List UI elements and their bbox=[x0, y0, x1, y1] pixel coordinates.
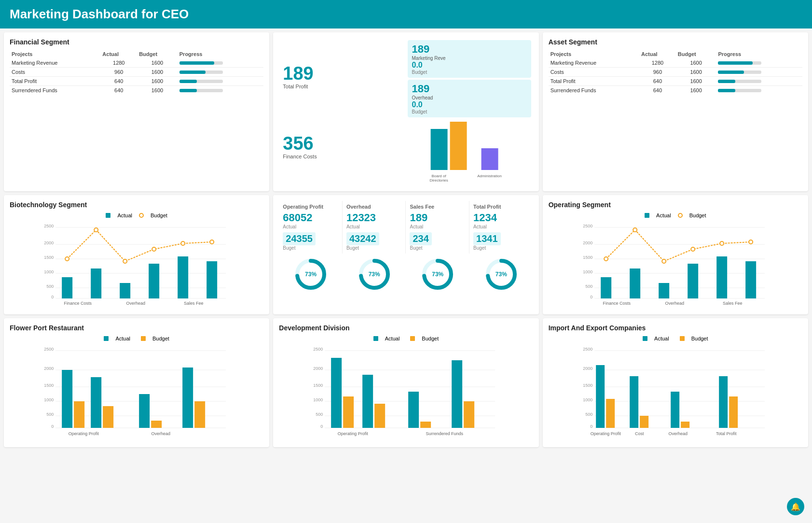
progress-cell bbox=[178, 77, 264, 86]
svg-point-26 bbox=[123, 259, 127, 263]
metric-col-title: Overhead bbox=[346, 204, 402, 210]
financial-title: Financial Segment bbox=[10, 38, 263, 46]
metric-budget-label: Buget bbox=[410, 245, 465, 251]
ie-legend-budget-dot bbox=[680, 336, 685, 341]
actual-value: 960 bbox=[100, 68, 137, 77]
progress-bar-fill bbox=[179, 71, 206, 74]
svg-rect-131 bbox=[729, 396, 738, 428]
metrics-card: Operating Profit 68052 Actual 24355 Buge… bbox=[273, 195, 538, 314]
progress-bar-fill bbox=[179, 80, 197, 83]
metrics-grid: Operating Profit 68052 Actual 24355 Buge… bbox=[279, 201, 533, 254]
asset-table: Projects Actual Budget Progress Marketin… bbox=[549, 50, 802, 95]
donut-label-1: 73% bbox=[369, 271, 380, 278]
metric-actual-label: Actual bbox=[410, 224, 465, 229]
svg-text:Board of: Board of bbox=[432, 174, 447, 178]
svg-rect-22 bbox=[178, 256, 188, 298]
donut-chart-1: 73% bbox=[358, 257, 391, 291]
development-chart: 2500 2000 1500 1000 500 0 Operating Prof… bbox=[279, 343, 533, 440]
budget-value: 1600 bbox=[137, 86, 178, 95]
svg-text:Total Profit: Total Profit bbox=[716, 431, 737, 436]
metric-actual-label: Actual bbox=[473, 224, 529, 229]
budget-value: 1600 bbox=[676, 58, 716, 68]
svg-rect-108 bbox=[420, 422, 431, 428]
flower-chart: 2500 2000 1500 1000 500 0 Operating Prof… bbox=[10, 343, 263, 440]
metric-budget-label: Buget bbox=[346, 245, 402, 251]
budget-value: 1600 bbox=[676, 86, 716, 95]
progress-bar-bg bbox=[718, 80, 761, 83]
svg-text:1500: 1500 bbox=[44, 383, 54, 388]
svg-point-64 bbox=[749, 240, 753, 244]
donut-label-0: 73% bbox=[305, 271, 317, 278]
svg-text:500: 500 bbox=[585, 412, 592, 417]
flower-legend-budget: Budget bbox=[152, 336, 169, 341]
operating-legend-budget-dot bbox=[678, 213, 683, 218]
svg-text:Finance Costs: Finance Costs bbox=[603, 301, 631, 306]
operating-legend-actual-dot bbox=[645, 213, 649, 218]
svg-text:2500: 2500 bbox=[44, 224, 54, 228]
svg-rect-18 bbox=[62, 277, 72, 298]
svg-text:Sales Fee: Sales Fee bbox=[184, 301, 204, 306]
svg-rect-130 bbox=[719, 376, 728, 428]
donut-chart-2: 73% bbox=[421, 257, 454, 291]
progress-bar-bg bbox=[179, 71, 223, 74]
donut-label-3: 73% bbox=[495, 271, 507, 278]
metric-col-2: Sales Fee 189 Actual 234 Buget bbox=[406, 201, 469, 254]
svg-text:Overhead: Overhead bbox=[665, 301, 684, 306]
progress-bar-bg bbox=[179, 80, 223, 83]
svg-text:2500: 2500 bbox=[583, 224, 592, 228]
svg-rect-23 bbox=[206, 261, 217, 298]
dev-legend-budget: Budget bbox=[422, 336, 439, 341]
metric-actual-label: Actual bbox=[346, 224, 402, 229]
progress-cell bbox=[716, 86, 802, 95]
svg-text:2500: 2500 bbox=[44, 347, 54, 352]
svg-text:Administration: Administration bbox=[478, 174, 502, 178]
donut-cell-0: 73% bbox=[279, 257, 343, 291]
svg-rect-109 bbox=[464, 401, 474, 428]
progress-bar-bg bbox=[718, 89, 761, 92]
asset-col-actual: Actual bbox=[639, 50, 676, 58]
svg-text:1500: 1500 bbox=[44, 255, 54, 260]
svg-text:500: 500 bbox=[46, 412, 54, 417]
bio-legend-actual-label: Actual bbox=[117, 212, 132, 218]
svg-rect-86 bbox=[151, 421, 162, 428]
svg-text:500: 500 bbox=[585, 284, 592, 289]
donut-cell-3: 73% bbox=[469, 257, 533, 291]
project-name: Surrendered Funds bbox=[549, 86, 639, 95]
svg-point-59 bbox=[604, 257, 608, 261]
svg-rect-20 bbox=[120, 283, 130, 298]
table-row: Surrendered Funds 640 1600 bbox=[549, 86, 802, 95]
table-row: Total Profit 640 1600 bbox=[549, 77, 802, 86]
actual-value: 1280 bbox=[639, 58, 676, 68]
svg-rect-104 bbox=[408, 392, 419, 428]
svg-text:2000: 2000 bbox=[583, 240, 592, 245]
metric-actual-val: 1234 bbox=[473, 212, 529, 224]
svg-rect-107 bbox=[374, 404, 385, 428]
svg-text:500: 500 bbox=[316, 412, 323, 417]
progress-bar-bg bbox=[718, 61, 761, 65]
import-export-chart: 2500 2000 1500 1000 500 0 Operating Prof… bbox=[549, 343, 802, 440]
progress-bar-bg bbox=[718, 71, 761, 74]
svg-text:0: 0 bbox=[320, 424, 323, 429]
metric-budget-label: Buget bbox=[283, 245, 338, 251]
progress-cell bbox=[178, 86, 264, 95]
donut-cell-1: 73% bbox=[343, 257, 406, 291]
svg-text:Surrendered Funds: Surrendered Funds bbox=[426, 431, 464, 436]
svg-point-61 bbox=[662, 259, 666, 263]
metric-budget-val: 43242 bbox=[346, 232, 379, 245]
bio-legend-budget-label: Budget bbox=[151, 212, 167, 218]
dev-legend-actual: Actual bbox=[385, 336, 400, 341]
budget-value: 1600 bbox=[676, 68, 716, 77]
svg-text:0: 0 bbox=[51, 424, 54, 429]
svg-rect-106 bbox=[343, 396, 354, 428]
metric-actual-val: 68052 bbox=[283, 212, 338, 224]
svg-text:1500: 1500 bbox=[583, 255, 592, 260]
svg-rect-2 bbox=[482, 148, 498, 170]
dashboard: Financial Segment Projects Actual Budget… bbox=[0, 28, 812, 451]
svg-text:2500: 2500 bbox=[583, 347, 592, 352]
svg-rect-58 bbox=[745, 261, 756, 298]
dev-legend-budget-dot bbox=[410, 336, 415, 341]
biotechnology-card: Biotechnology Segment Actual Budget 2500… bbox=[4, 195, 269, 314]
center-bar-chart: Board of Directories Administration bbox=[408, 119, 531, 182]
import-export-title: Import And Export Companies bbox=[549, 324, 802, 332]
metric-col-1: Overhead 12323 Actual 43242 Buget bbox=[343, 201, 406, 254]
